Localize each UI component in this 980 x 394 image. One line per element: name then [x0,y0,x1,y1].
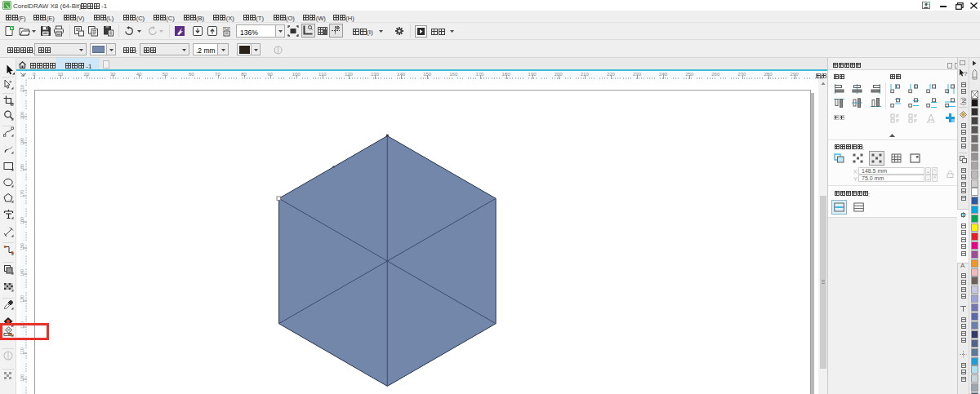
svg-text:?: ? [964,70,968,77]
svg-text:PDF: PDF [223,27,230,31]
svg-text:A: A [960,262,965,268]
